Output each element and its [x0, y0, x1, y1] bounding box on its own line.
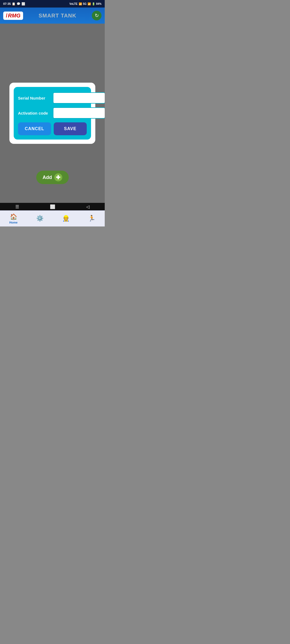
- scan-icon: ⬜: [21, 2, 25, 6]
- signal-icon: 📶: [79, 2, 82, 5]
- activation-code-input[interactable]: [53, 107, 105, 119]
- status-time: 07:35 📋 💬 ⬜: [3, 2, 25, 6]
- time-text: 07:35: [3, 2, 11, 5]
- signal2-icon: 📶: [88, 2, 91, 5]
- sys-home-icon[interactable]: ⬜: [50, 204, 55, 209]
- dialog-buttons: CANCEL SAVE: [18, 122, 87, 135]
- settings-icon: ⚙️: [36, 215, 44, 222]
- msg-icon: 💬: [17, 2, 20, 6]
- sim-icon: 📋: [12, 2, 16, 6]
- sys-back-icon[interactable]: ◁: [86, 204, 89, 209]
- refresh-button[interactable]: ↻: [92, 11, 102, 20]
- add-button-label: Add: [43, 175, 52, 180]
- logo-box: / RMG: [3, 12, 23, 20]
- serial-number-row: Serial Number: [18, 92, 87, 104]
- user-icon: 👷: [62, 215, 70, 222]
- save-button[interactable]: SAVE: [54, 122, 87, 135]
- nav-item-home[interactable]: 🏠 Home: [9, 213, 18, 224]
- sys-menu-icon[interactable]: ☰: [15, 204, 19, 209]
- nav-item-user[interactable]: 👷: [62, 215, 70, 222]
- add-plus-icon: ✚: [54, 173, 62, 181]
- app-header: / RMG SMART TANK ↻: [0, 8, 105, 24]
- battery-icon: 🔋: [92, 2, 95, 5]
- activity-icon: 🏃: [88, 215, 95, 222]
- serial-number-input[interactable]: [53, 92, 105, 104]
- volte-icon: VoLTE: [69, 2, 77, 5]
- status-bar: 07:35 📋 💬 ⬜ VoLTE 📶 5G 📶 🔋 84%: [0, 0, 105, 8]
- status-icons: VoLTE 📶 5G 📶 🔋 84%: [69, 2, 102, 5]
- 5g-icon: 5G: [83, 2, 86, 5]
- battery-text: 84%: [96, 2, 102, 5]
- bottom-area: Add ✚: [0, 171, 105, 187]
- logo-text: RMG: [8, 13, 21, 19]
- main-content: Serial Number Activation code CANCEL SAV…: [0, 24, 105, 203]
- serial-number-label: Serial Number: [18, 96, 50, 100]
- home-label: Home: [9, 221, 18, 224]
- nav-item-activity[interactable]: 🏃: [88, 215, 95, 222]
- activation-code-label: Activation code: [18, 111, 50, 115]
- nav-item-settings[interactable]: ⚙️: [36, 215, 44, 222]
- dialog-outer: Serial Number Activation code CANCEL SAV…: [9, 83, 95, 144]
- app-title: SMART TANK: [39, 13, 77, 19]
- dialog-inner: Serial Number Activation code CANCEL SAV…: [14, 87, 91, 140]
- logo-slash: /: [6, 13, 8, 19]
- activation-code-row: Activation code: [18, 107, 87, 119]
- home-icon: 🏠: [10, 213, 17, 220]
- system-nav-bar: ☰ ⬜ ◁: [0, 203, 105, 210]
- cancel-button[interactable]: CANCEL: [18, 122, 51, 135]
- add-button[interactable]: Add ✚: [36, 171, 69, 184]
- nav-bar: 🏠 Home ⚙️ 👷 🏃: [0, 210, 105, 226]
